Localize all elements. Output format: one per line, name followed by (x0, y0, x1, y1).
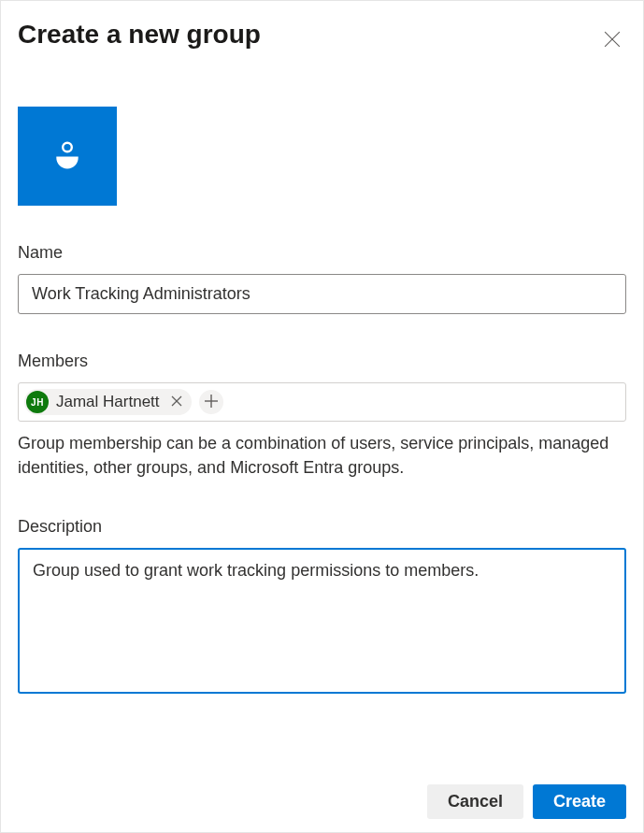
close-icon (604, 31, 621, 50)
add-member-button[interactable] (199, 390, 223, 414)
svg-point-2 (63, 143, 72, 152)
members-label: Members (18, 352, 626, 371)
person-icon (50, 137, 84, 175)
description-label: Description (18, 517, 626, 537)
name-label: Name (18, 243, 626, 263)
members-input[interactable]: JH Jamal Hartnett (18, 382, 626, 422)
group-avatar-tile[interactable] (18, 107, 117, 206)
create-button[interactable]: Create (533, 784, 626, 819)
members-help-text: Group membership can be a combination of… (18, 431, 626, 480)
member-chip-name: Jamal Hartnett (56, 393, 160, 411)
plus-icon (205, 395, 218, 410)
member-chip: JH Jamal Hartnett (24, 389, 192, 415)
dialog-title: Create a new group (18, 18, 261, 51)
remove-member-button[interactable] (167, 394, 186, 411)
cancel-button[interactable]: Cancel (427, 784, 523, 819)
name-input[interactable] (18, 274, 626, 314)
description-input[interactable] (18, 548, 626, 694)
x-icon (171, 395, 182, 409)
close-button[interactable] (596, 23, 628, 58)
avatar: JH (26, 391, 49, 413)
